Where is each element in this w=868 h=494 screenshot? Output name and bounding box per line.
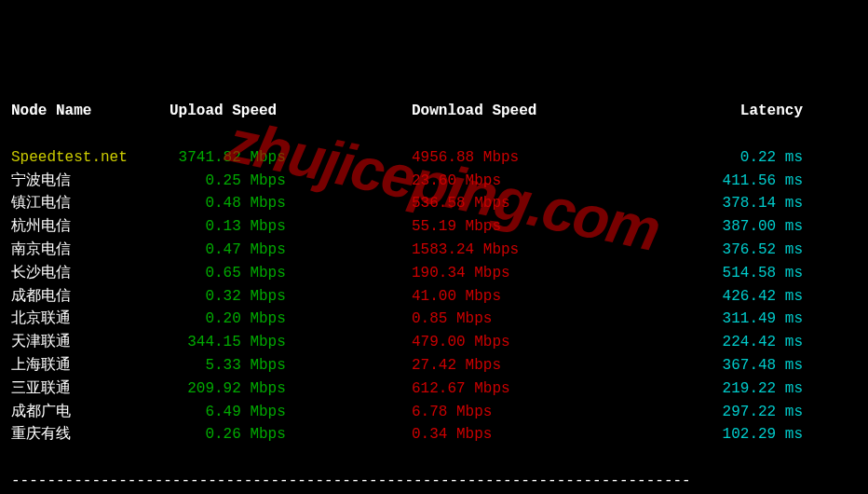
header-node: Node Name bbox=[11, 100, 170, 123]
node-name: 宁波电信 bbox=[11, 170, 170, 193]
download-speed: 190.34 Mbps bbox=[412, 262, 635, 285]
download-speed: 1583.24 Mbps bbox=[412, 239, 635, 262]
upload-speed: 0.32 Mbps bbox=[170, 285, 412, 309]
table-row: 三亚联通 209.92 Mbps612.67 Mbps219.22 ms bbox=[11, 377, 857, 401]
node-name: 南京电信 bbox=[11, 239, 170, 262]
table-row: 南京电信 0.47 Mbps1583.24 Mbps376.52 ms bbox=[11, 239, 857, 262]
upload-speed: 0.48 Mbps bbox=[170, 192, 412, 215]
latency: 378.14 ms bbox=[635, 192, 803, 215]
download-speed: 536.58 Mbps bbox=[412, 192, 635, 215]
node-name: 北京联通 bbox=[11, 308, 170, 331]
table-row: 成都电信 0.32 Mbps41.00 Mbps426.42 ms bbox=[11, 285, 857, 309]
download-speed: 27.42 Mbps bbox=[412, 354, 635, 377]
download-speed: 0.85 Mbps bbox=[412, 308, 635, 331]
download-speed: 479.00 Mbps bbox=[412, 331, 635, 354]
download-speed: 0.34 Mbps bbox=[412, 423, 635, 446]
table-row: Speedtest.net 3741.82 Mbps4956.88 Mbps0.… bbox=[11, 146, 857, 170]
node-name: 杭州电信 bbox=[11, 215, 170, 239]
upload-speed: 0.26 Mbps bbox=[170, 423, 412, 446]
upload-speed: 0.47 Mbps bbox=[170, 239, 412, 262]
header-latency: Latency bbox=[635, 100, 803, 123]
download-speed: 23.60 Mbps bbox=[412, 170, 635, 193]
latency: 367.48 ms bbox=[635, 354, 803, 377]
latency: 102.29 ms bbox=[635, 423, 803, 446]
upload-speed: 6.49 Mbps bbox=[170, 401, 412, 424]
latency: 376.52 ms bbox=[635, 239, 803, 262]
table-row: 成都广电 6.49 Mbps6.78 Mbps297.22 ms bbox=[11, 401, 857, 424]
upload-speed: 5.33 Mbps bbox=[170, 354, 412, 377]
table-row: 杭州电信 0.13 Mbps55.19 Mbps387.00 ms bbox=[11, 215, 857, 239]
latency: 426.42 ms bbox=[635, 285, 803, 309]
table-row: 镇江电信 0.48 Mbps536.58 Mbps378.14 ms bbox=[11, 192, 857, 215]
upload-speed: 3741.82 Mbps bbox=[170, 146, 412, 170]
upload-speed: 209.92 Mbps bbox=[170, 377, 412, 401]
download-speed: 41.00 Mbps bbox=[412, 285, 635, 309]
separator-line: ----------------------------------------… bbox=[11, 470, 857, 493]
upload-speed: 0.65 Mbps bbox=[170, 262, 412, 285]
node-name: 天津联通 bbox=[11, 331, 170, 354]
node-name: Speedtest.net bbox=[11, 146, 170, 170]
node-name: 重庆有线 bbox=[11, 423, 170, 446]
header-upload: Upload Speed bbox=[170, 100, 412, 123]
node-name: 三亚联通 bbox=[11, 377, 170, 401]
table-body: Speedtest.net 3741.82 Mbps4956.88 Mbps0.… bbox=[11, 146, 857, 446]
upload-speed: 0.25 Mbps bbox=[170, 170, 412, 193]
header-download: Download Speed bbox=[412, 100, 635, 123]
latency: 224.42 ms bbox=[635, 331, 803, 354]
upload-speed: 0.20 Mbps bbox=[170, 308, 412, 331]
latency: 411.56 ms bbox=[635, 170, 803, 193]
table-header-row: Node Name Upload Speed Download Speed La… bbox=[11, 100, 857, 123]
latency: 387.00 ms bbox=[635, 215, 803, 239]
upload-speed: 344.15 Mbps bbox=[170, 331, 412, 354]
node-name: 长沙电信 bbox=[11, 262, 170, 285]
table-row: 宁波电信 0.25 Mbps23.60 Mbps411.56 ms bbox=[11, 170, 857, 193]
table-row: 上海联通 5.33 Mbps27.42 Mbps367.48 ms bbox=[11, 354, 857, 377]
table-row: 重庆有线 0.26 Mbps0.34 Mbps102.29 ms bbox=[11, 423, 857, 446]
table-row: 长沙电信 0.65 Mbps190.34 Mbps514.58 ms bbox=[11, 262, 857, 285]
download-speed: 612.67 Mbps bbox=[412, 377, 635, 401]
download-speed: 6.78 Mbps bbox=[412, 401, 635, 424]
table-row: 天津联通 344.15 Mbps479.00 Mbps224.42 ms bbox=[11, 331, 857, 354]
latency: 0.22 ms bbox=[635, 146, 803, 170]
upload-speed: 0.13 Mbps bbox=[170, 215, 412, 239]
node-name: 上海联通 bbox=[11, 354, 170, 377]
download-speed: 4956.88 Mbps bbox=[412, 146, 635, 170]
latency: 297.22 ms bbox=[635, 401, 803, 424]
node-name: 成都电信 bbox=[11, 285, 170, 309]
node-name: 成都广电 bbox=[11, 401, 170, 424]
table-row: 北京联通 0.20 Mbps0.85 Mbps311.49 ms bbox=[11, 308, 857, 331]
latency: 514.58 ms bbox=[635, 262, 803, 285]
latency: 311.49 ms bbox=[635, 308, 803, 331]
node-name: 镇江电信 bbox=[11, 192, 170, 215]
latency: 219.22 ms bbox=[635, 377, 803, 401]
download-speed: 55.19 Mbps bbox=[412, 215, 635, 239]
